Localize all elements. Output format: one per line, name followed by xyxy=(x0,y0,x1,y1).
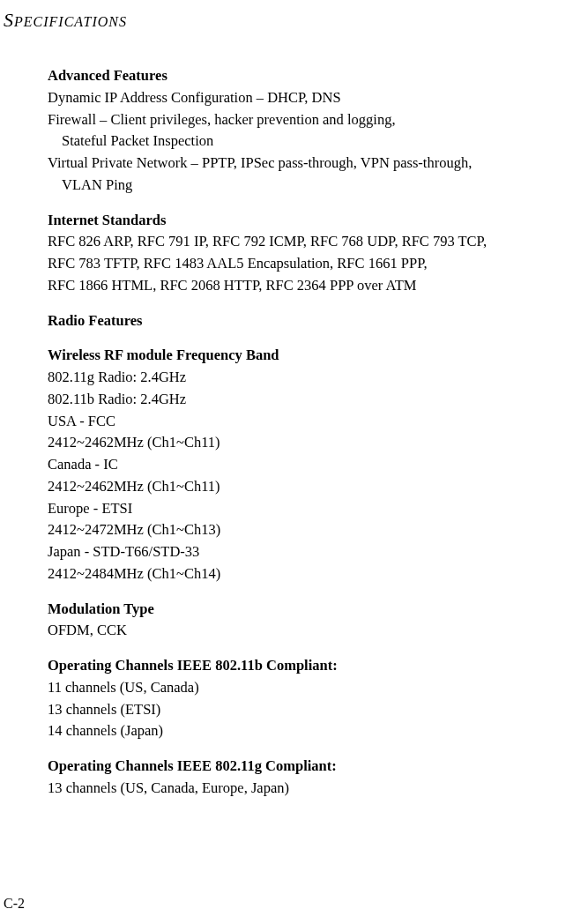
operating-channels-b-line3: 14 channels (Japan) xyxy=(48,720,562,742)
page-content: Advanced Features Dynamic IP Address Con… xyxy=(0,32,573,800)
wireless-rf-line8: 2412~2472MHz (Ch1~Ch13) xyxy=(48,519,562,541)
internet-standards-heading: Internet Standards xyxy=(48,210,562,232)
modulation-type-line1: OFDM, CCK xyxy=(48,620,562,642)
wireless-rf-line9: Japan - STD-T66/STD-33 xyxy=(48,541,562,563)
wireless-rf-line2: 802.11b Radio: 2.4GHz xyxy=(48,389,562,411)
internet-standards-line1: RFC 826 ARP, RFC 791 IP, RFC 792 ICMP, R… xyxy=(48,231,562,253)
advanced-features-line3: Stateful Packet Inspection xyxy=(48,130,562,153)
page-header: SPECIFICATIONS xyxy=(0,0,573,32)
internet-standards-line3: RFC 1866 HTML, RFC 2068 HTTP, RFC 2364 P… xyxy=(48,275,562,297)
wireless-rf-line3: USA - FCC xyxy=(48,411,562,433)
advanced-features-line5: VLAN Ping xyxy=(48,175,562,197)
radio-features-heading: Radio Features xyxy=(48,310,562,332)
wireless-rf-line10: 2412~2484MHz (Ch1~Ch14) xyxy=(48,563,562,585)
wireless-rf-line4: 2412~2462MHz (Ch1~Ch11) xyxy=(48,432,562,454)
operating-channels-b-heading: Operating Channels IEEE 802.11b Complian… xyxy=(48,655,562,677)
operating-channels-b-line1: 11 channels (US, Canada) xyxy=(48,677,562,699)
advanced-features-line2: Firewall – Client privileges, hacker pre… xyxy=(48,109,562,131)
advanced-features-heading: Advanced Features xyxy=(48,65,562,87)
operating-channels-g-line1: 13 channels (US, Canada, Europe, Japan) xyxy=(48,778,562,800)
internet-standards-line2: RFC 783 TFTP, RFC 1483 AAL5 Encapsulatio… xyxy=(48,253,562,275)
advanced-features-line4: Virtual Private Network – PPTP, IPSec pa… xyxy=(48,153,562,175)
wireless-rf-line1: 802.11g Radio: 2.4GHz xyxy=(48,367,562,389)
advanced-features-line1: Dynamic IP Address Configuration – DHCP,… xyxy=(48,87,562,109)
page-number: C-2 xyxy=(4,896,25,912)
header-first-letter: S xyxy=(4,9,14,31)
wireless-rf-line6: 2412~2462MHz (Ch1~Ch11) xyxy=(48,476,562,498)
wireless-rf-line5: Canada - IC xyxy=(48,454,562,476)
wireless-rf-heading: Wireless RF module Frequency Band xyxy=(48,345,562,367)
operating-channels-g-heading: Operating Channels IEEE 802.11g Complian… xyxy=(48,756,562,778)
header-text: PECIFICATIONS xyxy=(14,14,127,29)
modulation-type-heading: Modulation Type xyxy=(48,599,562,621)
wireless-rf-line7: Europe - ETSI xyxy=(48,498,562,520)
operating-channels-b-line2: 13 channels (ETSI) xyxy=(48,699,562,721)
